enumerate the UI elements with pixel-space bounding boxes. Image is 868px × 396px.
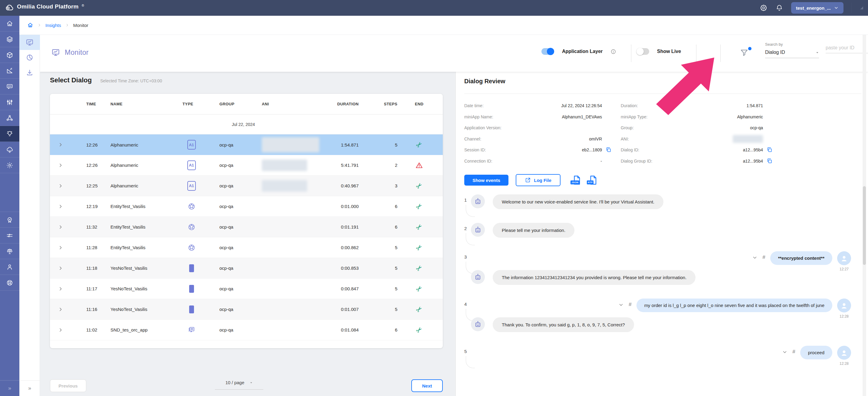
page-size-select[interactable]: 10 / page — [215, 380, 263, 390]
scrollbar-track[interactable] — [863, 35, 866, 396]
type-yesno-icon — [189, 264, 194, 272]
sidebar-item-support[interactable] — [0, 275, 19, 291]
sidebar-item-tuning[interactable] — [0, 94, 19, 110]
home-icon[interactable] — [27, 22, 33, 28]
settings-gear-icon[interactable] — [760, 4, 768, 12]
search-input[interactable] — [826, 45, 868, 51]
subsidebar-item-monitor[interactable] — [19, 35, 40, 50]
message-time: 12:27 — [840, 267, 849, 271]
end-completed-icon: ✂ — [414, 264, 424, 273]
field-value: Alphanum1_DEVAws — [562, 115, 602, 119]
insights-icon — [6, 130, 13, 138]
type-entity-icon — [188, 223, 195, 231]
page-size-value: 10 / page — [225, 380, 245, 385]
application-layer-toggle[interactable] — [541, 48, 554, 55]
field-label: Channel: — [464, 136, 481, 142]
subsidebar-item-export[interactable] — [19, 65, 40, 80]
row-expand-chevron-icon[interactable] — [50, 245, 71, 250]
sidebar-item-conversations[interactable] — [0, 79, 19, 94]
bot-message: Please tell me your information. — [471, 223, 575, 238]
table-row[interactable]: 11:28EntityTest_Vasilisocp-qa0:00.8625✂ — [50, 237, 443, 258]
cell-steps: 5 — [362, 245, 410, 250]
account-switcher-button[interactable]: test_energon_... — [791, 2, 843, 13]
breadcrumb-current: Monitor — [73, 23, 88, 28]
field-value: eb2...1809 — [582, 147, 602, 152]
cell-group: ocp-qa — [206, 327, 254, 332]
row-expand-chevron-icon[interactable] — [50, 142, 71, 147]
copy-icon[interactable] — [766, 158, 773, 164]
breadcrumb-insights-link[interactable]: Insights — [45, 23, 61, 28]
sidebar-item-settings[interactable] — [0, 157, 19, 173]
table-row[interactable]: 12:26AlphanumericA1ocp-qa1:54.8715✂ — [50, 134, 443, 155]
user-message: #**encrypted content**12:27 — [752, 251, 851, 271]
reports-icon — [26, 54, 34, 61]
row-expand-chevron-icon[interactable] — [50, 204, 71, 209]
cell-group: ocp-qa — [206, 224, 254, 230]
show-events-button[interactable]: Show events — [464, 175, 508, 186]
row-expand-chevron-icon[interactable] — [50, 307, 71, 312]
download-rtf-button[interactable]: RTF — [588, 175, 600, 187]
sidebar-item-users[interactable] — [0, 259, 19, 275]
field-value: 1:54.871 — [747, 103, 763, 108]
cell-time: 11:28 — [71, 245, 103, 250]
filter-funnel-icon[interactable] — [740, 48, 749, 57]
table-row[interactable]: 11:02SND_tes_orc_appocp-qa0:01.0846✂ — [50, 320, 443, 340]
sidebar-item-orchestration[interactable] — [0, 110, 19, 126]
toolbar-divider — [696, 44, 696, 62]
sidebar-item-certification[interactable] — [0, 212, 19, 228]
download-json-button[interactable]: JSON — [571, 175, 584, 187]
row-expand-chevron-icon[interactable] — [50, 163, 71, 168]
copy-icon[interactable] — [605, 147, 612, 153]
copy-icon[interactable] — [766, 147, 773, 153]
conversations-icon — [6, 83, 13, 90]
table-row[interactable]: 12:19EntityTest_Vasilisocp-qa0:01.0006✂ — [50, 196, 443, 217]
sidebar-expand-button[interactable]: » — [0, 380, 19, 396]
table-row[interactable]: 11:18YesNoTest_Vasilisocp-qa0:00.8535✂ — [50, 258, 443, 278]
table-row[interactable]: 12:25AlphanumericA1ocp-qa0:40.9673✂ — [50, 176, 443, 196]
subsidebar-expand-button[interactable]: » — [19, 380, 40, 396]
collapse-chevron-icon[interactable] — [752, 255, 757, 261]
search-by-select[interactable]: Search by Dialog ID — [765, 42, 819, 58]
sidebar-item-integrations[interactable] — [0, 228, 19, 243]
sidebar-item-design[interactable] — [0, 63, 19, 79]
row-expand-chevron-icon[interactable] — [50, 328, 71, 332]
subsidebar-item-reports[interactable] — [19, 50, 40, 65]
sidebar-item-compliance[interactable] — [0, 243, 19, 259]
sidebar-item-insights[interactable] — [0, 126, 19, 142]
field-value: Alphanumeric — [737, 115, 763, 119]
row-expand-chevron-icon[interactable] — [50, 225, 71, 230]
previous-page-button[interactable]: Previous — [50, 379, 86, 392]
hash-toggle[interactable]: # — [629, 302, 631, 308]
info-icon[interactable] — [611, 49, 616, 55]
scrollbar-thumb[interactable] — [863, 186, 866, 265]
hash-toggle[interactable]: # — [763, 254, 765, 261]
show-live-toggle[interactable] — [637, 48, 649, 55]
field-label: Group: — [621, 125, 634, 130]
hash-toggle[interactable]: # — [792, 349, 795, 355]
column-header-ani: ANI — [254, 102, 322, 106]
cell-steps: 6 — [362, 224, 410, 230]
sidebar-item-home[interactable] — [0, 16, 19, 31]
table-row[interactable]: 12:26AlphanumericA1ocp-qa5:41.7912 — [50, 155, 443, 176]
log-file-label: Log File — [534, 178, 551, 183]
table-row[interactable]: 11:32EntityTest_Vasilisocp-qa0:01.1916✂ — [50, 217, 443, 237]
sidebar-item-modules[interactable] — [0, 47, 19, 63]
log-file-button[interactable]: Log File — [516, 174, 560, 186]
bot-message-bubble: Please tell me your information. — [493, 223, 575, 238]
collapse-chevron-icon[interactable] — [618, 302, 624, 308]
notifications-bell-icon[interactable] — [775, 4, 783, 12]
cell-name: Alphanumeric — [103, 183, 177, 188]
row-expand-chevron-icon[interactable] — [50, 183, 71, 188]
next-page-button[interactable]: Next — [411, 379, 443, 392]
column-header-group: GROUP — [206, 102, 254, 106]
sidebar-item-layers[interactable] — [0, 31, 19, 47]
sidebar-item-deployments[interactable] — [0, 142, 19, 157]
deployments-icon — [6, 146, 13, 153]
orchestration-icon — [6, 115, 13, 122]
table-row[interactable]: 11:17YesNoTest_Vasilisocp-qa0:00.8475✂ — [50, 278, 443, 299]
row-expand-chevron-icon[interactable] — [50, 286, 71, 291]
row-expand-chevron-icon[interactable] — [50, 266, 71, 271]
table-row[interactable]: 11:16YesNoTest_Vasilisocp-qa0:01.0075✂ — [50, 299, 443, 320]
end-completed-icon: ✂ — [414, 181, 424, 190]
collapse-chevron-icon[interactable] — [782, 349, 787, 355]
